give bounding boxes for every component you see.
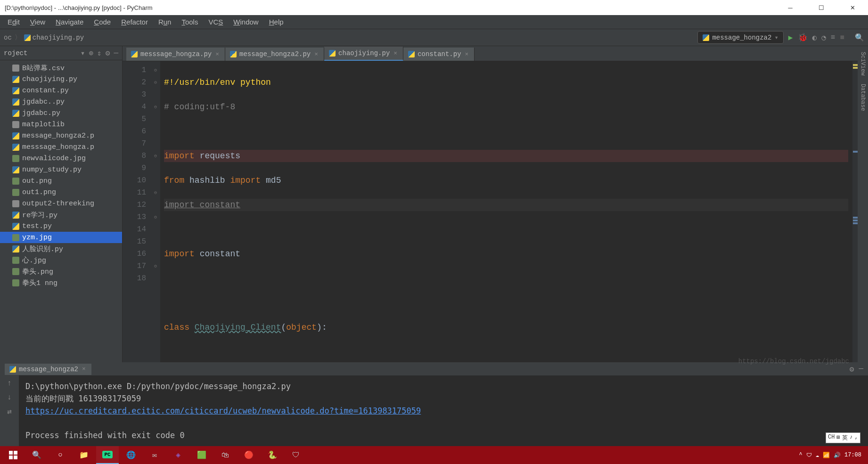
- tray-time[interactable]: 17:08: [844, 452, 861, 458]
- cortana-button[interactable]: ○: [49, 446, 72, 464]
- tree-item[interactable]: chaojiying.py: [0, 73, 122, 85]
- coverage-button[interactable]: ◐: [812, 33, 817, 42]
- gutter-line[interactable]: 13: [123, 211, 146, 223]
- gutter-line[interactable]: 3: [123, 89, 146, 101]
- sciview-tab[interactable]: SciView: [859, 50, 867, 77]
- chrome-button[interactable]: 🔴: [237, 446, 260, 464]
- edge-button[interactable]: 🌐: [120, 446, 142, 464]
- start-button[interactable]: [2, 446, 25, 464]
- console-output[interactable]: D:\python\python.exe D:/python/pydoc/mes…: [19, 375, 868, 446]
- gutter-line[interactable]: 2: [123, 76, 146, 89]
- tree-item[interactable]: jgdabc.py: [0, 107, 122, 119]
- tree-item[interactable]: messsage_hongza.p: [0, 141, 122, 153]
- gutter-line[interactable]: 16: [123, 248, 146, 260]
- tree-item[interactable]: re学习.py: [0, 209, 122, 220]
- store-button[interactable]: 🛍: [214, 446, 237, 464]
- up-icon[interactable]: ↑: [5, 379, 14, 388]
- editor-tab[interactable]: message_hongza2.py×: [225, 48, 324, 61]
- tree-item[interactable]: matplotlib: [0, 119, 122, 130]
- editor-tab[interactable]: chaojiying.py×: [324, 47, 403, 61]
- app-button[interactable]: 🟩: [190, 446, 213, 464]
- gutter-line[interactable]: 14: [123, 223, 146, 236]
- menu-vcs[interactable]: VCS: [204, 16, 228, 28]
- explorer-button[interactable]: 📁: [73, 446, 95, 464]
- tray-chevron-icon[interactable]: ^: [799, 452, 802, 458]
- menu-code[interactable]: Code: [89, 16, 115, 28]
- gutter-line[interactable]: 7: [123, 138, 146, 150]
- run-tab[interactable]: message_hongza2 ×: [5, 364, 91, 375]
- mail-button[interactable]: ✉: [143, 446, 166, 464]
- security-button[interactable]: 🛡: [285, 446, 307, 464]
- minimize-button[interactable]: ─: [779, 0, 801, 15]
- terminal-button[interactable]: 🐍: [261, 446, 284, 464]
- close-icon[interactable]: ×: [214, 51, 220, 58]
- code-content[interactable]: #!/usr/bin/env python # coding:utf-8 imp…: [160, 61, 852, 362]
- minimize-panel-icon[interactable]: —: [114, 49, 118, 57]
- gutter-line[interactable]: 4: [123, 101, 146, 113]
- chevron-down-icon[interactable]: ▾: [81, 49, 85, 58]
- gutter-line[interactable]: 8: [123, 150, 146, 162]
- marker-info[interactable]: [853, 220, 858, 221]
- close-button[interactable]: ✕: [842, 0, 863, 15]
- collapse-icon[interactable]: ⇕: [97, 49, 102, 58]
- gutter-line[interactable]: 10: [123, 174, 146, 187]
- tray-icon[interactable]: 🛡: [806, 452, 812, 459]
- database-tab[interactable]: Database: [859, 82, 867, 113]
- debug-button[interactable]: 🐞: [798, 33, 808, 42]
- menu-tools[interactable]: Tools: [177, 16, 203, 28]
- tree-item[interactable]: newvalicode.jpg: [0, 153, 122, 164]
- profile-button[interactable]: ◔: [821, 33, 826, 42]
- tree-item[interactable]: test.py: [0, 220, 122, 232]
- gutter-line[interactable]: 1: [123, 64, 146, 76]
- tree-item[interactable]: output2-threeking: [0, 198, 122, 209]
- locate-icon[interactable]: ⊕: [89, 49, 93, 58]
- bc-file[interactable]: chaojiying.py: [24, 34, 84, 41]
- menu-window[interactable]: Window: [229, 16, 263, 28]
- tree-item[interactable]: 拳头1 nng: [0, 277, 122, 288]
- tree-item[interactable]: jgdabc..py: [0, 96, 122, 107]
- close-icon[interactable]: ×: [313, 51, 319, 58]
- stop-button[interactable]: ■: [840, 33, 844, 42]
- gutter-line[interactable]: 6: [123, 125, 146, 138]
- marker-info[interactable]: [853, 222, 858, 224]
- gear-icon[interactable]: ⚙: [106, 49, 110, 58]
- pycharm-button[interactable]: PC: [96, 446, 119, 464]
- run-button[interactable]: ▶: [788, 33, 793, 42]
- tray-icon[interactable]: ☁: [816, 452, 819, 459]
- wrap-icon[interactable]: ⇄: [5, 407, 14, 416]
- maximize-button[interactable]: ☐: [811, 0, 832, 15]
- console-link[interactable]: https://uc.creditcard.ecitic.com/citicca…: [25, 406, 421, 415]
- tree-item[interactable]: B站弹幕.csv: [0, 62, 122, 73]
- code-gutter[interactable]: 123456789101112131415161718: [123, 61, 151, 362]
- close-icon[interactable]: ×: [81, 366, 87, 373]
- marker-info[interactable]: [853, 217, 858, 219]
- menu-navigate[interactable]: Navigate: [51, 16, 88, 28]
- marker-warn[interactable]: [853, 64, 858, 66]
- menu-view[interactable]: View: [25, 16, 50, 28]
- project-tree[interactable]: B站弹幕.csvchaojiying.pyconstant.pyjgdabc..…: [0, 60, 122, 362]
- minimize-icon[interactable]: —: [859, 365, 863, 374]
- gutter-line[interactable]: 9: [123, 162, 146, 174]
- gutter-line[interactable]: 18: [123, 272, 146, 285]
- tree-item[interactable]: out1.png: [0, 187, 122, 198]
- tree-item[interactable]: numpy_study.py: [0, 164, 122, 175]
- fold-markers[interactable]: ⊖⊖ ⊖ ⊖ ⊖ ⊖ ⊖: [151, 61, 160, 362]
- editor-tab[interactable]: messsage_hongza.py×: [126, 48, 225, 61]
- close-icon[interactable]: ×: [464, 51, 470, 58]
- gutter-line[interactable]: 17: [123, 260, 146, 272]
- close-icon[interactable]: ×: [393, 50, 398, 57]
- attach-button[interactable]: ≡: [831, 33, 835, 42]
- tree-item[interactable]: 人脸识别.py: [0, 243, 122, 254]
- tree-item[interactable]: message_hongza2.p: [0, 130, 122, 141]
- vs-button[interactable]: ◈: [167, 446, 189, 464]
- marker-strip[interactable]: [852, 61, 858, 362]
- marker-warn[interactable]: [853, 67, 858, 69]
- marker-info[interactable]: [853, 151, 858, 153]
- gutter-line[interactable]: 15: [123, 236, 146, 248]
- gutter-line[interactable]: 5: [123, 113, 146, 125]
- editor-tab[interactable]: constant.py×: [403, 48, 475, 61]
- tray-icon[interactable]: 📶: [823, 452, 830, 459]
- tree-item[interactable]: 心.jpg: [0, 254, 122, 266]
- tray-volume-icon[interactable]: 🔊: [834, 452, 841, 459]
- tree-item[interactable]: out.png: [0, 175, 122, 187]
